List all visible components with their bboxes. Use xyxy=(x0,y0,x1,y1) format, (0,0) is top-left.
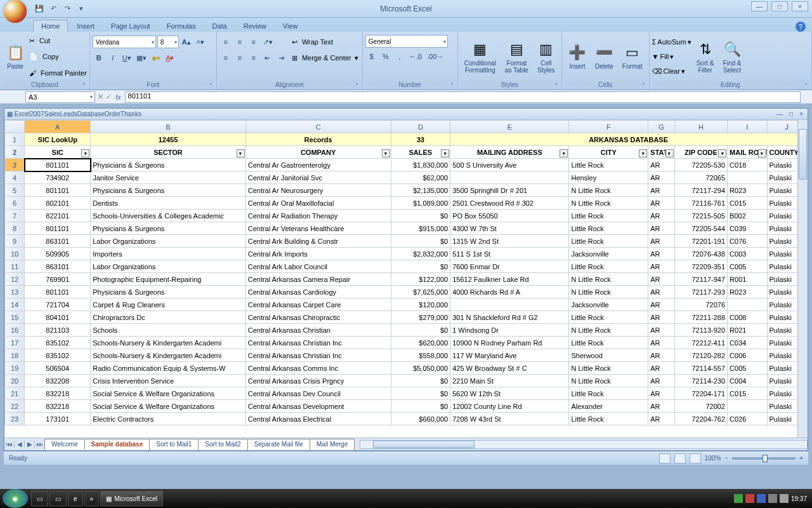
cell[interactable]: Central Ark Labor Council xyxy=(246,260,391,273)
filter-button[interactable]: ▾ xyxy=(441,149,449,157)
cell[interactable] xyxy=(450,171,569,184)
cell[interactable]: $0 xyxy=(391,387,450,400)
row-header-2[interactable]: 2 xyxy=(5,146,25,159)
cell[interactable]: C008 xyxy=(728,311,767,324)
cell[interactable]: Central Ar Gastroenterolgy xyxy=(246,159,391,171)
cell[interactable] xyxy=(728,171,767,184)
page-layout-view-button[interactable] xyxy=(674,453,686,464)
cell[interactable]: $2,135,000 xyxy=(391,184,450,197)
cell[interactable]: Central Arkansas Comms Inc xyxy=(246,362,391,375)
cell[interactable]: Central Ar Radiation Therapy xyxy=(246,210,391,222)
col-header-D[interactable]: D xyxy=(391,121,450,133)
cell[interactable]: N Little Rock xyxy=(569,286,648,298)
cell[interactable]: 72211-288 xyxy=(674,311,727,324)
cell[interactable]: 832218 xyxy=(25,400,91,413)
cell[interactable]: 72065 xyxy=(674,171,727,184)
tab-review[interactable]: Review xyxy=(236,20,274,32)
cell[interactable]: Central Arkansas Dev Council xyxy=(246,387,391,400)
header-cell[interactable]: MAIL ROUT▾ xyxy=(728,146,767,159)
vscroll-thumb[interactable] xyxy=(799,129,807,180)
cell[interactable]: AR xyxy=(648,171,675,184)
fill-color-button[interactable]: ◆▾ xyxy=(150,51,162,64)
cell[interactable]: $0 xyxy=(391,210,450,222)
cell[interactable]: Photographic Equipment-Repairing xyxy=(91,273,246,286)
cell[interactable]: AR xyxy=(648,400,675,413)
cell[interactable]: R023 xyxy=(728,184,767,197)
cell[interactable]: 33 xyxy=(391,133,450,146)
taskbar-pinned-2[interactable]: ▭ xyxy=(49,491,67,506)
row-header-3[interactable]: 3 xyxy=(5,159,25,171)
cell[interactable]: 801101 xyxy=(25,159,91,171)
wrap-text-button[interactable]: ↩ Wrap Text xyxy=(292,35,358,49)
cell[interactable]: $7,625,000 xyxy=(391,286,450,298)
cell[interactable]: C076 xyxy=(728,235,767,248)
cell[interactable]: Schools-Universities & Colleges Academic xyxy=(91,210,246,222)
align-middle-button[interactable]: ≡ xyxy=(233,36,246,48)
cell[interactable]: Social Service & Welfare Organizations xyxy=(91,400,246,413)
cell[interactable]: Carpet & Rug Cleaners xyxy=(91,298,246,311)
horizontal-scrollbar[interactable] xyxy=(360,440,808,449)
cell[interactable]: Little Rock xyxy=(569,413,648,425)
cell[interactable]: Central Ar Veterans Healthcare xyxy=(246,222,391,235)
taskbar-pinned-1[interactable]: ▭ xyxy=(31,491,48,506)
cell[interactable]: $1,089,000 xyxy=(391,197,450,210)
align-left-button[interactable]: ≡ xyxy=(219,51,232,64)
tray-icon[interactable] xyxy=(734,494,743,503)
start-button[interactable]: ◉ xyxy=(3,489,28,508)
cell[interactable]: Radio Communication Equip & Systems-W xyxy=(91,362,246,375)
cell[interactable]: 734902 xyxy=(25,171,91,184)
cell[interactable]: 7208 W 43rd St xyxy=(450,413,569,425)
header-cell[interactable]: MAILING ADDRESS▾ xyxy=(450,146,569,159)
cell[interactable]: AR xyxy=(648,387,675,400)
format-cells-button[interactable]: ▭Format xyxy=(619,33,646,81)
cell[interactable]: AR xyxy=(648,222,675,235)
format-as-table-button[interactable]: ▤Format as Table xyxy=(501,33,532,81)
row-header-12[interactable]: 12 xyxy=(5,273,25,286)
cell[interactable]: 72114-557 xyxy=(674,362,727,375)
sheet-tab[interactable]: Sort to Mail2 xyxy=(198,439,247,450)
window-minimize-button[interactable]: — xyxy=(751,1,768,11)
grow-font-button[interactable]: A▴ xyxy=(180,36,193,48)
row-header-10[interactable]: 10 xyxy=(5,248,25,260)
cell[interactable]: 173101 xyxy=(25,413,91,425)
sheet-nav-next[interactable]: ▶ xyxy=(25,441,35,448)
cell[interactable]: $5,050,000 xyxy=(391,362,450,375)
cell[interactable]: C006 xyxy=(728,349,767,362)
cell[interactable]: 72076 xyxy=(674,298,727,311)
cell[interactable]: Electric Contractors xyxy=(91,413,246,425)
cell[interactable]: N Little Rock xyxy=(569,273,648,286)
filter-button[interactable]: ▾ xyxy=(718,149,726,157)
cell[interactable]: C039 xyxy=(728,222,767,235)
cell[interactable]: Central Arkansas Camera Repair xyxy=(246,273,391,286)
cell[interactable]: Dentists xyxy=(91,197,246,210)
cell[interactable]: Little Rock xyxy=(569,337,648,349)
vertical-scrollbar[interactable] xyxy=(797,120,808,438)
cell[interactable]: 832208 xyxy=(25,375,91,387)
sheet-nav-prev[interactable]: ◀ xyxy=(15,441,25,448)
cell[interactable]: $0 xyxy=(391,260,450,273)
align-right-button[interactable]: ≡ xyxy=(247,51,260,64)
cell[interactable]: 4300 W 7th St xyxy=(450,222,569,235)
cell[interactable]: AR xyxy=(648,413,675,425)
cell[interactable]: 1315 W 2nd St xyxy=(450,235,569,248)
comma-button[interactable]: , xyxy=(393,50,406,63)
cell[interactable]: Jacksonville xyxy=(569,248,648,260)
cell[interactable]: AR xyxy=(648,337,675,349)
header-cell[interactable]: SIC▾ xyxy=(25,146,91,159)
fx-button[interactable]: fx xyxy=(115,93,121,101)
cell[interactable]: $915,000 xyxy=(391,222,450,235)
col-header-H[interactable]: H xyxy=(674,121,727,133)
filter-button[interactable]: ▾ xyxy=(560,149,568,157)
row-header-14[interactable]: 14 xyxy=(5,298,25,311)
border-button[interactable]: ▦▾ xyxy=(134,51,148,64)
cell[interactable]: PO Box 55050 xyxy=(450,210,569,222)
tab-page-layout[interactable]: Page Layout xyxy=(103,20,158,32)
row-header-9[interactable]: 9 xyxy=(5,235,25,248)
cell[interactable]: 801101 xyxy=(25,222,91,235)
increase-decimal-button[interactable]: ←.0 xyxy=(407,50,424,63)
cell[interactable]: Records xyxy=(246,133,391,146)
cell[interactable]: Importers xyxy=(91,248,246,260)
cell[interactable]: 4000 Richards Rd # A xyxy=(450,286,569,298)
cell[interactable]: AR xyxy=(648,260,675,273)
align-top-button[interactable]: ≡ xyxy=(219,36,232,48)
